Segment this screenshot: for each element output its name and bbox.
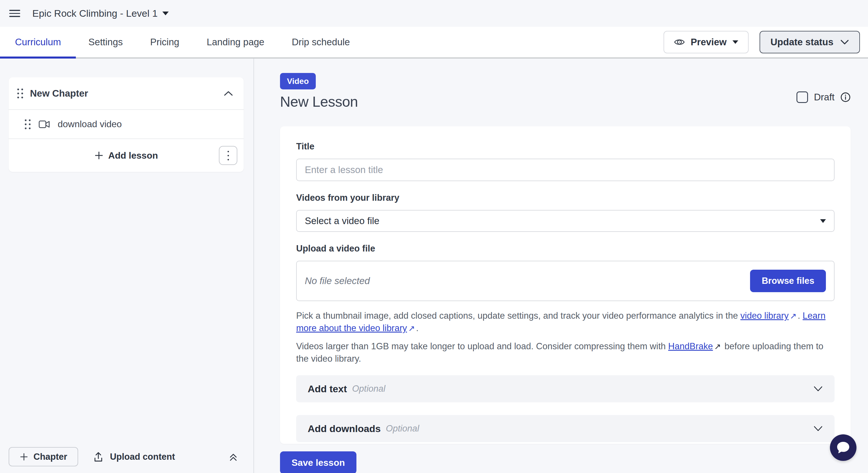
file-upload-dropzone[interactable]: No file selected Browse files <box>296 261 835 301</box>
caret-down-icon <box>162 11 169 15</box>
video-library-select[interactable]: Select a video file <box>296 210 835 232</box>
tabs-row: Curriculum Settings Pricing Landing page… <box>0 27 868 59</box>
eye-icon <box>674 38 685 46</box>
chapter-card: New Chapter download video <box>9 77 244 172</box>
active-tab-underline <box>0 57 76 59</box>
external-link-icon: ↗ <box>713 341 722 353</box>
video-library-help-text: Pick a thumbnail image, add closed capti… <box>296 310 835 335</box>
help-text: Videos larger than 1GB may take longer t… <box>296 341 668 351</box>
upload-icon <box>93 451 103 462</box>
add-downloads-optional-hint: Optional <box>386 423 419 434</box>
select-caret-icon <box>820 219 826 223</box>
upload-content-button[interactable]: Upload content <box>93 451 175 462</box>
compression-help-text: Videos larger than 1GB may take longer t… <box>296 340 835 365</box>
external-link-icon: ↗ <box>407 322 416 335</box>
chapter-footer: Add lesson <box>9 139 244 172</box>
plus-icon <box>94 151 103 160</box>
browse-files-button[interactable]: Browse files <box>750 270 826 292</box>
drag-handle-icon[interactable] <box>17 89 23 98</box>
save-lesson-button[interactable]: Save lesson <box>280 451 356 473</box>
lesson-title-input[interactable] <box>296 159 835 181</box>
add-chapter-label: Chapter <box>33 452 67 462</box>
tab-curriculum[interactable]: Curriculum <box>15 37 61 48</box>
top-bar: Epic Rock Climbing - Level 1 <box>0 0 868 27</box>
upload-content-label: Upload content <box>110 452 175 462</box>
header-actions: Preview Update status <box>663 31 860 53</box>
video-library-select-value: Select a video file <box>305 216 379 226</box>
add-chapter-button[interactable]: Chapter <box>9 447 78 466</box>
tab-nav: Curriculum Settings Pricing Landing page… <box>0 27 350 57</box>
chevron-down-icon <box>813 425 823 432</box>
caret-down-icon <box>733 40 738 44</box>
lesson-title: download video <box>58 119 122 129</box>
chevron-up-icon[interactable] <box>223 91 233 96</box>
add-text-optional-hint: Optional <box>352 384 385 394</box>
content-row: New Chapter download video <box>0 59 868 473</box>
add-lesson-button[interactable]: Add lesson <box>94 150 158 161</box>
hamburger-menu-icon[interactable] <box>9 9 20 18</box>
chat-widget-button[interactable] <box>830 434 857 461</box>
help-text: . <box>798 311 803 321</box>
chevron-down-icon <box>813 386 823 392</box>
add-text-section[interactable]: Add text Optional <box>296 375 835 402</box>
add-text-label: Add text <box>308 383 347 395</box>
lesson-item[interactable]: download video <box>9 110 244 138</box>
chapter-title: New Chapter <box>30 88 88 99</box>
add-downloads-section[interactable]: Add downloads Optional <box>296 415 835 442</box>
video-camera-icon <box>39 120 50 128</box>
help-text: Pick a thumbnail image, add closed capti… <box>296 311 741 321</box>
no-file-text: No file selected <box>305 276 370 286</box>
tab-pricing[interactable]: Pricing <box>150 37 179 48</box>
lesson-header-left: Video New Lesson <box>280 73 358 110</box>
preview-button[interactable]: Preview <box>663 31 749 53</box>
video-library-link[interactable]: video library <box>741 311 789 321</box>
lesson-editor: Video New Lesson Draft Title Videos from… <box>254 59 868 473</box>
add-lesson-label: Add lesson <box>108 150 158 161</box>
handbrake-link[interactable]: HandBrake <box>668 341 713 351</box>
help-text: . <box>416 323 419 333</box>
sidebar-footer: Chapter Upload content <box>0 440 253 473</box>
update-status-label: Update status <box>771 37 833 48</box>
curriculum-sidebar: New Chapter download video <box>0 59 254 473</box>
tab-landing-page[interactable]: Landing page <box>207 37 265 48</box>
kebab-menu-button[interactable] <box>219 146 237 165</box>
draft-checkbox[interactable] <box>797 91 808 103</box>
add-downloads-label: Add downloads <box>308 423 381 434</box>
course-title: Epic Rock Climbing - Level 1 <box>32 8 158 19</box>
course-title-menu[interactable]: Epic Rock Climbing - Level 1 <box>32 8 169 19</box>
chapter-header[interactable]: New Chapter <box>9 77 244 109</box>
upload-field-label: Upload a video file <box>296 244 835 254</box>
draft-label: Draft <box>814 92 835 103</box>
chat-icon <box>836 441 850 454</box>
preview-label: Preview <box>691 37 727 48</box>
tab-settings[interactable]: Settings <box>89 37 123 48</box>
lesson-header: Video New Lesson Draft <box>280 73 851 110</box>
collapse-all-icon[interactable] <box>227 451 239 463</box>
title-field-label: Title <box>296 141 835 152</box>
drag-handle-icon[interactable] <box>25 119 31 129</box>
tab-drip-schedule[interactable]: Drip schedule <box>292 37 350 48</box>
info-icon[interactable] <box>840 92 851 102</box>
draft-toggle-group: Draft <box>797 91 851 103</box>
lesson-form-card: Title Videos from your library Select a … <box>280 126 851 444</box>
chevron-down-icon <box>840 39 849 45</box>
library-field-label: Videos from your library <box>296 193 835 203</box>
update-status-button[interactable]: Update status <box>760 31 860 53</box>
plus-icon <box>20 452 28 461</box>
page-title: New Lesson <box>280 93 358 110</box>
external-link-icon: ↗ <box>789 310 798 322</box>
lesson-type-badge: Video <box>280 73 316 89</box>
